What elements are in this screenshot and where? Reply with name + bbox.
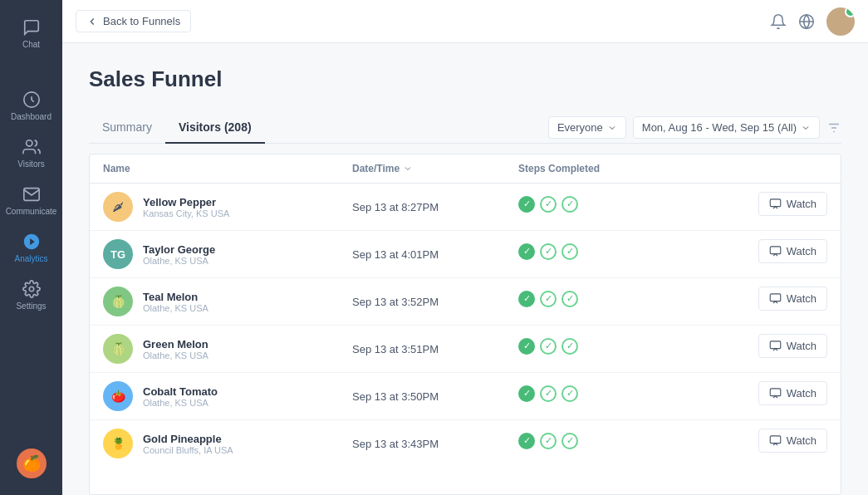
step-indicator: ✓ bbox=[562, 243, 578, 260]
tabs-bar: Summary Visitors (208) Everyone Mon, Aug… bbox=[89, 112, 841, 144]
visitor-location: Olathe, KS USA bbox=[143, 256, 215, 266]
watch-label: Watch bbox=[787, 245, 817, 257]
sidebar: Chat Dashboard Visitors Communicate Anal… bbox=[0, 0, 62, 495]
visitor-datetime: Sep 13 at 8:27PM bbox=[339, 184, 505, 231]
name-column-header: Name bbox=[90, 154, 339, 184]
visitor-name: Yellow Pepper bbox=[143, 196, 229, 208]
step-indicator: ✓ bbox=[518, 385, 535, 402]
filter-icon[interactable] bbox=[826, 120, 841, 135]
avatar[interactable] bbox=[826, 7, 855, 36]
step-indicator: ✓ bbox=[562, 291, 578, 307]
date-range-filter-button[interactable]: Mon, Aug 16 - Wed, Sep 15 (All) bbox=[633, 116, 820, 139]
step-indicator: ✓ bbox=[518, 291, 535, 307]
visitor-steps-cell: ✓✓✓Watch bbox=[505, 278, 841, 319]
visitor-location: Kansas City, KS USA bbox=[143, 208, 229, 218]
notifications-icon[interactable] bbox=[770, 13, 787, 30]
audience-filter-button[interactable]: Everyone bbox=[548, 116, 626, 139]
topbar-actions bbox=[770, 7, 855, 36]
visitor-location: Olathe, KS USA bbox=[143, 303, 208, 313]
watch-button[interactable]: Watch bbox=[758, 381, 827, 405]
svg-rect-11 bbox=[770, 341, 781, 349]
watch-label: Watch bbox=[787, 198, 817, 210]
steps-indicators: ✓✓✓ bbox=[518, 338, 578, 355]
sidebar-item-analytics[interactable]: Analytics bbox=[0, 224, 62, 272]
topbar: Back to Funnels bbox=[62, 0, 868, 43]
watch-label: Watch bbox=[787, 292, 817, 305]
table-row: TGTaylor GeorgeOlathe, KS USASep 13 at 4… bbox=[90, 231, 841, 278]
step-indicator: ✓ bbox=[518, 433, 535, 449]
visitor-location: Olathe, KS USA bbox=[143, 350, 208, 360]
watch-button[interactable]: Watch bbox=[758, 287, 827, 311]
sidebar-item-visitors[interactable]: Visitors bbox=[0, 130, 62, 177]
sort-icon bbox=[403, 164, 413, 174]
watch-icon bbox=[769, 387, 782, 399]
sidebar-item-communicate[interactable]: Communicate bbox=[0, 177, 62, 224]
tab-summary[interactable]: Summary bbox=[89, 112, 165, 144]
svg-rect-13 bbox=[770, 436, 781, 444]
step-indicator: ✓ bbox=[540, 196, 557, 213]
visitor-name: Gold Pineapple bbox=[143, 433, 233, 445]
step-indicator: ✓ bbox=[518, 243, 535, 260]
watch-button[interactable]: Watch bbox=[758, 192, 827, 216]
steps-column-header: Steps Completed bbox=[505, 154, 841, 184]
watch-button[interactable]: Watch bbox=[758, 239, 827, 263]
visitor-name-cell: 🌶Yellow PepperKansas City, KS USA bbox=[90, 184, 339, 231]
step-indicator: ✓ bbox=[562, 196, 578, 213]
step-indicator: ✓ bbox=[540, 433, 557, 449]
visitor-name: Green Melon bbox=[143, 338, 208, 350]
table-row: 🍍Gold PineappleCouncil Bluffs, IA USASep… bbox=[90, 420, 841, 468]
datetime-column-header[interactable]: Date/Time bbox=[339, 154, 505, 184]
step-indicator: ✓ bbox=[518, 196, 535, 213]
page-content: Sales Funnel Summary Visitors (208) Ever… bbox=[62, 43, 868, 495]
svg-rect-8 bbox=[770, 199, 781, 207]
step-indicator: ✓ bbox=[518, 338, 535, 355]
date-chevron-icon bbox=[801, 123, 811, 133]
audience-chevron-icon bbox=[607, 123, 617, 133]
visitor-datetime: Sep 13 at 3:51PM bbox=[339, 326, 505, 373]
filters: Everyone Mon, Aug 16 - Wed, Sep 15 (All) bbox=[548, 116, 841, 139]
watch-icon bbox=[769, 292, 782, 305]
table-row: 🌶Yellow PepperKansas City, KS USASep 13 … bbox=[90, 184, 841, 231]
steps-indicators: ✓✓✓ bbox=[518, 433, 578, 449]
visitor-steps-cell: ✓✓✓Watch bbox=[505, 420, 841, 461]
step-indicator: ✓ bbox=[540, 291, 557, 307]
step-indicator: ✓ bbox=[562, 385, 578, 402]
visitor-datetime: Sep 13 at 3:52PM bbox=[339, 278, 505, 326]
tab-visitors[interactable]: Visitors (208) bbox=[165, 112, 265, 144]
watch-icon bbox=[769, 340, 782, 352]
table-row: 🍅Cobalt TomatoOlathe, KS USASep 13 at 3:… bbox=[90, 373, 841, 420]
watch-button[interactable]: Watch bbox=[758, 334, 827, 358]
visitor-location: Council Bluffs, IA USA bbox=[143, 445, 233, 455]
steps-indicators: ✓✓✓ bbox=[518, 196, 578, 213]
step-indicator: ✓ bbox=[540, 243, 557, 260]
visitor-datetime: Sep 13 at 4:01PM bbox=[339, 231, 505, 278]
watch-icon bbox=[769, 198, 782, 210]
step-indicator: ✓ bbox=[540, 385, 557, 402]
visitor-datetime: Sep 13 at 3:50PM bbox=[339, 373, 505, 420]
steps-indicators: ✓✓✓ bbox=[518, 243, 578, 260]
step-indicator: ✓ bbox=[540, 338, 557, 355]
watch-icon bbox=[769, 245, 782, 257]
visitor-name-cell: 🍈Teal MelonOlathe, KS USA bbox=[90, 278, 339, 326]
sidebar-item-chat[interactable]: Chat bbox=[0, 10, 62, 57]
steps-indicators: ✓✓✓ bbox=[518, 291, 578, 307]
svg-rect-12 bbox=[770, 389, 781, 396]
steps-indicators: ✓✓✓ bbox=[518, 385, 578, 402]
svg-point-1 bbox=[26, 140, 32, 146]
visitor-steps-cell: ✓✓✓Watch bbox=[505, 184, 841, 224]
watch-label: Watch bbox=[787, 387, 817, 399]
visitor-location: Olathe, KS USA bbox=[143, 398, 218, 408]
globe-icon[interactable] bbox=[798, 13, 815, 30]
visitor-datetime: Sep 13 at 3:43PM bbox=[339, 420, 505, 468]
svg-point-2 bbox=[29, 287, 34, 292]
watch-button[interactable]: Watch bbox=[758, 429, 827, 453]
back-to-funnels-button[interactable]: Back to Funnels bbox=[76, 10, 191, 32]
sidebar-item-settings[interactable]: Settings bbox=[0, 272, 62, 319]
visitors-table: Name Date/Time Steps Completed bbox=[89, 154, 841, 495]
app-logo: 🍊 bbox=[17, 448, 47, 478]
page-title: Sales Funnel bbox=[89, 66, 841, 92]
visitor-name-cell: 🍍Gold PineappleCouncil Bluffs, IA USA bbox=[90, 420, 339, 468]
visitor-name: Teal Melon bbox=[143, 291, 208, 303]
step-indicator: ✓ bbox=[562, 338, 578, 355]
sidebar-item-dashboard[interactable]: Dashboard bbox=[0, 82, 62, 130]
